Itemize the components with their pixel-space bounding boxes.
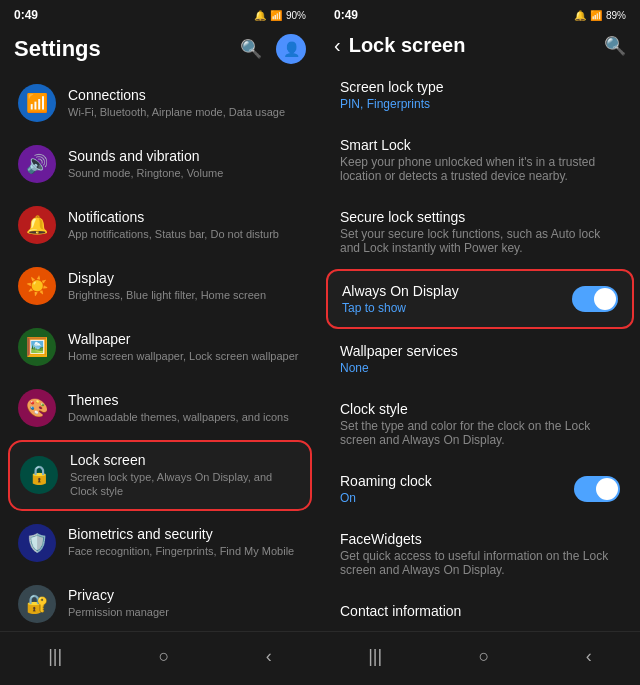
right-time: 0:49 — [334, 8, 358, 22]
sidebar-item-display[interactable]: ☀️ Display Brightness, Blue light filter… — [8, 257, 312, 315]
roaming-clock-sub: On — [340, 491, 432, 505]
lock-text: Lock screen Screen lock type, Always On … — [70, 452, 300, 499]
smart-lock-title: Smart Lock — [340, 137, 620, 153]
right-nav-back[interactable]: ‹ — [566, 642, 612, 671]
left-bottom-nav: ||| ○ ‹ — [0, 631, 320, 685]
themes-sub: Downloadable themes, wallpapers, and ico… — [68, 410, 302, 424]
lock-icon: 🔒 — [20, 456, 58, 494]
left-nav-recent[interactable]: ||| — [28, 642, 82, 671]
notif-icon: 🔔 — [18, 206, 56, 244]
sound-text: Sounds and vibration Sound mode, Rington… — [68, 148, 302, 180]
connections-text: Connections Wi-Fi, Bluetooth, Airplane m… — [68, 87, 302, 119]
sidebar-item-wallpaper[interactable]: 🖼️ Wallpaper Home screen wallpaper, Lock… — [8, 318, 312, 376]
roaming-clock-row: Roaming clock On — [340, 473, 620, 505]
bio-icon: 🛡️ — [18, 524, 56, 562]
display-icon: ☀️ — [18, 267, 56, 305]
sound-sub: Sound mode, Ringtone, Volume — [68, 166, 302, 180]
right-notif-icon: 🔔 — [574, 10, 586, 21]
bio-sub: Face recognition, Fingerprints, Find My … — [68, 544, 302, 558]
secure-lock-sub: Set your secure lock functions, such as … — [340, 227, 620, 255]
sidebar-item-biometrics[interactable]: 🛡️ Biometrics and security Face recognit… — [8, 514, 312, 572]
settings-list: 📶 Connections Wi-Fi, Bluetooth, Airplane… — [0, 74, 320, 631]
lock-title: Lock screen — [70, 452, 300, 468]
notif-title: Notifications — [68, 209, 302, 225]
facewidgets-title: FaceWidgets — [340, 531, 620, 547]
lock-item-facewidgets[interactable]: FaceWidgets Get quick access to useful i… — [326, 519, 634, 589]
lock-item-secure-lock[interactable]: Secure lock settings Set your secure loc… — [326, 197, 634, 267]
privacy-icon: 🔐 — [18, 585, 56, 623]
settings-title: Settings — [14, 36, 101, 62]
connections-title: Connections — [68, 87, 302, 103]
avatar[interactable]: 👤 — [276, 34, 306, 64]
screen-lock-type-title: Screen lock type — [340, 79, 620, 95]
lock-item-clock-style[interactable]: Clock style Set the type and color for t… — [326, 389, 634, 459]
right-search-icon[interactable]: 🔍 — [604, 35, 626, 57]
right-bottom-nav: ||| ○ ‹ — [320, 631, 640, 685]
lock-settings-list: Screen lock type PIN, Fingerprints Smart… — [320, 67, 640, 631]
right-header: ‹ Lock screen 🔍 — [320, 28, 640, 67]
battery-text: 90% — [286, 10, 306, 21]
lock-item-contact-info[interactable]: Contact information — [326, 591, 634, 631]
lock-item-always-on-display[interactable]: Always On Display Tap to show — [326, 269, 634, 329]
bio-text: Biometrics and security Face recognition… — [68, 526, 302, 558]
always-on-display-text: Always On Display Tap to show — [342, 283, 459, 315]
always-on-display-toggle[interactable] — [572, 286, 618, 312]
bio-title: Biometrics and security — [68, 526, 302, 542]
sidebar-item-connections[interactable]: 📶 Connections Wi-Fi, Bluetooth, Airplane… — [8, 74, 312, 132]
lock-item-wallpaper-services[interactable]: Wallpaper services None — [326, 331, 634, 387]
smart-lock-sub: Keep your phone unlocked when it's in a … — [340, 155, 620, 183]
header-icons: 🔍 👤 — [240, 34, 306, 64]
sidebar-item-sound[interactable]: 🔊 Sounds and vibration Sound mode, Ringt… — [8, 135, 312, 193]
privacy-sub: Permission manager — [68, 605, 302, 619]
wallpaper-services-title: Wallpaper services — [340, 343, 620, 359]
always-on-display-sub: Tap to show — [342, 301, 459, 315]
roaming-clock-text: Roaming clock On — [340, 473, 432, 505]
always-on-display-row: Always On Display Tap to show — [342, 283, 618, 315]
display-text: Display Brightness, Blue light filter, H… — [68, 270, 302, 302]
right-status-bar: 0:49 🔔 📶 89% — [320, 0, 640, 28]
lock-item-roaming-clock[interactable]: Roaming clock On — [326, 461, 634, 517]
back-button[interactable]: ‹ — [334, 34, 341, 57]
sidebar-item-themes[interactable]: 🎨 Themes Downloadable themes, wallpapers… — [8, 379, 312, 437]
volume-icon: 🔔 — [254, 10, 266, 21]
screen-lock-type-sub: PIN, Fingerprints — [340, 97, 620, 111]
lock-item-smart-lock[interactable]: Smart Lock Keep your phone unlocked when… — [326, 125, 634, 195]
left-status-icons: 🔔 📶 90% — [254, 10, 306, 21]
themes-icon: 🎨 — [18, 389, 56, 427]
roaming-clock-title: Roaming clock — [340, 473, 432, 489]
wallpaper-title: Wallpaper — [68, 331, 302, 347]
roaming-clock-toggle[interactable] — [574, 476, 620, 502]
left-header: Settings 🔍 👤 — [0, 28, 320, 74]
search-icon[interactable]: 🔍 — [240, 38, 262, 60]
left-time: 0:49 — [14, 8, 38, 22]
notif-text: Notifications App notifications, Status … — [68, 209, 302, 241]
privacy-title: Privacy — [68, 587, 302, 603]
sound-icon: 🔊 — [18, 145, 56, 183]
signal-icon: 📶 — [270, 10, 282, 21]
connections-sub: Wi-Fi, Bluetooth, Airplane mode, Data us… — [68, 105, 302, 119]
lock-item-screen-lock-type[interactable]: Screen lock type PIN, Fingerprints — [326, 67, 634, 123]
sound-title: Sounds and vibration — [68, 148, 302, 164]
right-status-icons: 🔔 📶 89% — [574, 10, 626, 21]
right-title: Lock screen — [349, 34, 604, 57]
clock-style-sub: Set the type and color for the clock on … — [340, 419, 620, 447]
themes-title: Themes — [68, 392, 302, 408]
lock-sub: Screen lock type, Always On Display, and… — [70, 470, 300, 499]
right-nav-home[interactable]: ○ — [459, 642, 510, 671]
connections-icon: 📶 — [18, 84, 56, 122]
sidebar-item-lockscreen[interactable]: 🔒 Lock screen Screen lock type, Always O… — [8, 440, 312, 511]
wallpaper-services-sub: None — [340, 361, 620, 375]
sidebar-item-notifications[interactable]: 🔔 Notifications App notifications, Statu… — [8, 196, 312, 254]
left-panel: 0:49 🔔 📶 90% Settings 🔍 👤 📶 Connections … — [0, 0, 320, 685]
secure-lock-title: Secure lock settings — [340, 209, 620, 225]
left-nav-home[interactable]: ○ — [139, 642, 190, 671]
wallpaper-icon: 🖼️ — [18, 328, 56, 366]
left-nav-back[interactable]: ‹ — [246, 642, 292, 671]
right-signal-icon: 📶 — [590, 10, 602, 21]
contact-info-title: Contact information — [340, 603, 620, 619]
privacy-text: Privacy Permission manager — [68, 587, 302, 619]
right-nav-recent[interactable]: ||| — [348, 642, 402, 671]
sidebar-item-privacy[interactable]: 🔐 Privacy Permission manager — [8, 575, 312, 631]
right-panel: 0:49 🔔 📶 89% ‹ Lock screen 🔍 Screen lock… — [320, 0, 640, 685]
always-on-display-title: Always On Display — [342, 283, 459, 299]
